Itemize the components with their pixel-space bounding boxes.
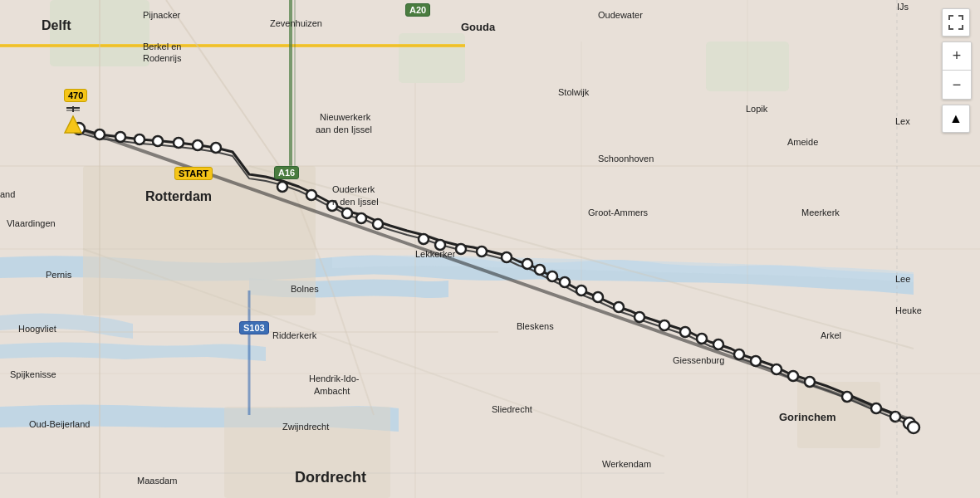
svg-point-63 — [871, 403, 881, 413]
svg-point-47 — [547, 271, 557, 281]
svg-point-40 — [419, 234, 429, 244]
svg-rect-2 — [399, 33, 465, 83]
map-controls: + − ▲ — [942, 8, 972, 133]
svg-point-53 — [659, 320, 669, 330]
svg-point-41 — [435, 240, 445, 250]
svg-point-48 — [560, 277, 570, 287]
svg-point-30 — [153, 136, 163, 146]
svg-rect-5 — [224, 407, 390, 498]
svg-point-28 — [115, 132, 125, 142]
zoom-controls: + − — [942, 42, 972, 100]
svg-point-37 — [342, 208, 352, 218]
svg-point-66 — [908, 422, 919, 433]
svg-point-57 — [734, 349, 744, 359]
svg-point-59 — [772, 364, 782, 374]
svg-point-43 — [477, 247, 487, 256]
svg-point-58 — [751, 356, 761, 366]
svg-point-46 — [535, 265, 545, 275]
svg-point-35 — [306, 190, 316, 200]
svg-point-38 — [356, 213, 366, 223]
svg-point-34 — [277, 182, 287, 192]
svg-point-27 — [95, 129, 105, 139]
svg-point-39 — [373, 219, 383, 229]
svg-point-29 — [135, 134, 145, 144]
map-container: Delft Pijnacker Berkel en Rodenrijs Zeve… — [0, 0, 980, 498]
svg-point-56 — [713, 339, 723, 349]
svg-point-64 — [890, 412, 900, 422]
svg-point-31 — [174, 138, 184, 148]
svg-point-50 — [593, 292, 603, 302]
zoom-in-button[interactable]: + — [943, 42, 971, 71]
north-button[interactable]: ▲ — [942, 105, 970, 133]
svg-point-42 — [456, 244, 466, 254]
svg-point-62 — [842, 392, 852, 402]
svg-point-61 — [805, 377, 815, 387]
svg-point-60 — [788, 371, 798, 381]
svg-point-45 — [522, 259, 532, 269]
svg-point-33 — [211, 143, 221, 153]
svg-point-49 — [576, 286, 586, 295]
svg-point-52 — [635, 312, 644, 322]
svg-point-44 — [502, 252, 512, 262]
fullscreen-button[interactable] — [942, 8, 970, 37]
svg-point-36 — [327, 201, 337, 211]
svg-point-32 — [193, 140, 203, 150]
svg-point-51 — [614, 302, 624, 312]
svg-point-54 — [680, 327, 690, 337]
zoom-out-button[interactable]: − — [943, 71, 971, 99]
svg-point-55 — [697, 334, 707, 344]
